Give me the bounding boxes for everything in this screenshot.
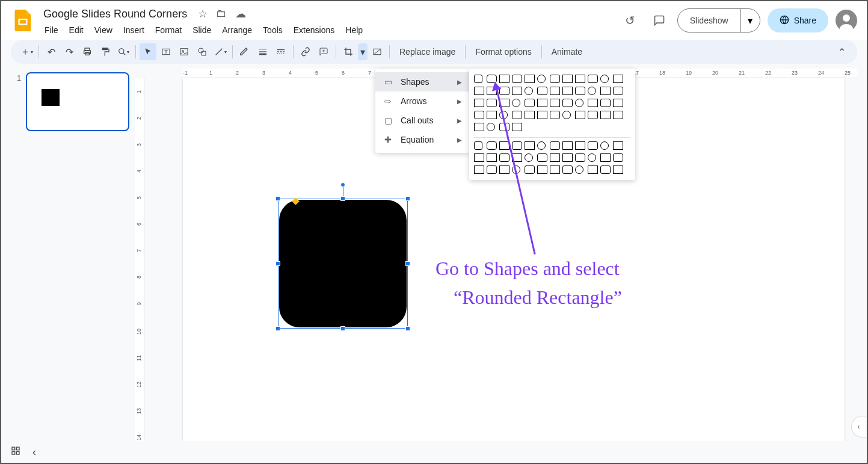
- shape-option[interactable]: [474, 99, 484, 107]
- shape-option[interactable]: [487, 123, 495, 131]
- border-weight-button[interactable]: [254, 43, 271, 60]
- shape-option[interactable]: [537, 87, 547, 95]
- shape-option[interactable]: [550, 99, 560, 107]
- shape-option[interactable]: [588, 153, 596, 162]
- menu-slide[interactable]: Slide: [188, 23, 216, 37]
- shape-option[interactable]: [600, 165, 611, 174]
- slideshow-button[interactable]: Slideshow: [678, 9, 740, 32]
- shape-option[interactable]: [512, 141, 522, 150]
- shape-option[interactable]: [588, 165, 598, 174]
- shape-option[interactable]: [474, 111, 484, 119]
- shape-option[interactable]: [562, 75, 573, 83]
- slideshow-dropdown[interactable]: ▾: [740, 9, 760, 32]
- resize-handle-br[interactable]: [405, 326, 410, 331]
- menu-format[interactable]: Format: [150, 23, 186, 37]
- shape-option[interactable]: [575, 153, 585, 162]
- shape-option[interactable]: [550, 87, 560, 95]
- submenu-arrows[interactable]: ⇨ Arrows ▶: [375, 91, 469, 111]
- shape-option[interactable]: [575, 99, 583, 107]
- menu-extensions[interactable]: Extensions: [289, 23, 339, 37]
- new-slide-button[interactable]: ＋▾: [18, 43, 35, 60]
- account-avatar[interactable]: [836, 10, 857, 31]
- shape-option[interactable]: [537, 165, 547, 174]
- shape-option[interactable]: [474, 123, 484, 131]
- shape-option[interactable]: [499, 153, 509, 162]
- share-button[interactable]: Share: [768, 8, 828, 32]
- shape-option[interactable]: [537, 141, 546, 150]
- shape-option[interactable]: [588, 99, 598, 107]
- image-tool[interactable]: [176, 43, 192, 60]
- shape-option[interactable]: [525, 87, 533, 95]
- resize-handle-bm[interactable]: [340, 326, 345, 331]
- shape-option[interactable]: [487, 111, 497, 119]
- shape-option[interactable]: [613, 141, 623, 150]
- resize-handle-tr[interactable]: [405, 196, 410, 201]
- menu-arrange[interactable]: Arrange: [217, 23, 257, 37]
- replace-image-button[interactable]: Replace image: [393, 43, 461, 60]
- shape-option[interactable]: [550, 165, 560, 174]
- shape-option[interactable]: [562, 165, 573, 174]
- animate-button[interactable]: Animate: [546, 43, 588, 60]
- shape-option[interactable]: [613, 75, 623, 83]
- shape-option[interactable]: [525, 99, 535, 107]
- shape-option[interactable]: [600, 153, 611, 162]
- shape-option[interactable]: [474, 141, 482, 150]
- shape-option[interactable]: [562, 87, 573, 95]
- link-button[interactable]: [297, 43, 314, 60]
- shape-option[interactable]: [588, 75, 598, 83]
- shape-option[interactable]: [537, 111, 547, 119]
- shape-option[interactable]: [537, 99, 547, 107]
- shape-option[interactable]: [512, 99, 520, 107]
- redo-button[interactable]: ↷: [61, 43, 78, 60]
- shape-option[interactable]: [550, 111, 560, 119]
- shape-option[interactable]: [512, 87, 522, 95]
- shape-option[interactable]: [550, 75, 560, 83]
- crop-button[interactable]: [340, 43, 357, 60]
- shape-option[interactable]: [525, 111, 535, 119]
- menu-insert[interactable]: Insert: [119, 23, 149, 37]
- shape-option[interactable]: [600, 87, 611, 95]
- rotate-handle[interactable]: [340, 182, 345, 187]
- shape-option[interactable]: [487, 153, 497, 162]
- textbox-tool[interactable]: [158, 43, 174, 60]
- menu-view[interactable]: View: [90, 23, 117, 37]
- shape-option[interactable]: [562, 141, 573, 150]
- shape-option[interactable]: [537, 153, 547, 162]
- shape-option[interactable]: [474, 153, 484, 162]
- shape-option[interactable]: [575, 75, 585, 83]
- shape-option[interactable]: [487, 165, 497, 174]
- shape-option[interactable]: [588, 111, 598, 119]
- document-title[interactable]: Google Slides Round Corners: [40, 7, 191, 22]
- submenu-shapes[interactable]: ▭ Shapes ▶: [375, 72, 469, 91]
- slides-app-icon[interactable]: [11, 8, 35, 32]
- shape-option[interactable]: [525, 153, 533, 162]
- shape-option[interactable]: [499, 165, 509, 174]
- shape-option[interactable]: [487, 99, 497, 107]
- format-options-button[interactable]: Format options: [469, 43, 537, 60]
- submenu-callouts[interactable]: ▢ Call outs ▶: [375, 111, 469, 130]
- border-color-button[interactable]: [236, 43, 253, 60]
- shape-option[interactable]: [474, 75, 482, 83]
- shape-option[interactable]: [575, 165, 583, 174]
- shape-option[interactable]: [562, 99, 573, 107]
- resize-handle-bl[interactable]: [275, 326, 280, 331]
- history-icon[interactable]: ↺: [620, 10, 641, 31]
- shape-option[interactable]: [613, 87, 623, 95]
- zoom-button[interactable]: ▾: [115, 43, 132, 60]
- crop-dropdown[interactable]: ▾: [358, 43, 368, 60]
- shape-option[interactable]: [575, 141, 585, 150]
- shape-option[interactable]: [474, 165, 484, 174]
- shape-option[interactable]: [562, 153, 573, 162]
- shape-option[interactable]: [550, 141, 560, 150]
- shape-option[interactable]: [575, 111, 585, 119]
- shape-option[interactable]: [600, 111, 611, 119]
- shape-option[interactable]: [512, 111, 522, 119]
- shape-option[interactable]: [525, 141, 535, 150]
- cloud-status-icon[interactable]: ☁: [235, 7, 246, 20]
- resize-handle-mr[interactable]: [405, 261, 410, 266]
- mask-image-button[interactable]: [369, 43, 386, 60]
- resize-handle-tl[interactable]: [275, 196, 280, 201]
- shape-option[interactable]: [600, 99, 611, 107]
- shape-option[interactable]: [512, 75, 522, 83]
- shape-option[interactable]: [562, 111, 571, 119]
